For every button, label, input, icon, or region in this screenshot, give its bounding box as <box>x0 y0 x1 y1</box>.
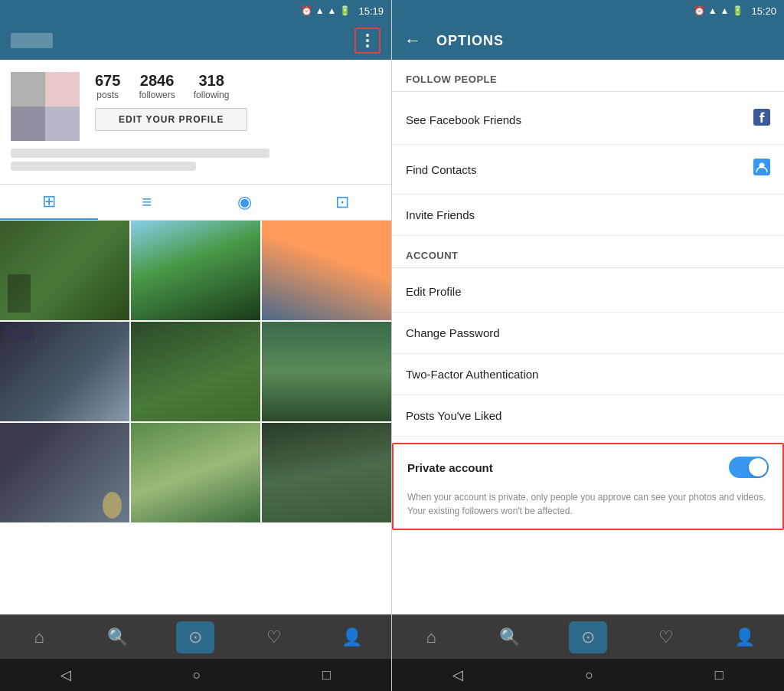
invite-friends-row[interactable]: Invite Friends <box>392 195 784 236</box>
dot1 <box>366 34 369 37</box>
android-nav-left: ◁ ○ □ <box>0 659 391 691</box>
tab-list[interactable]: ≡ <box>98 185 196 220</box>
search-icon: 🔍 <box>107 627 128 647</box>
camera-icon: ⊙ <box>188 627 202 647</box>
photo-1[interactable] <box>0 221 129 320</box>
tabs-row: ⊞ ≡ ◉ ⊡ <box>0 184 391 221</box>
private-account-section: Private account When your account is pri… <box>392 443 784 530</box>
photo-7[interactable] <box>0 423 129 522</box>
back-button-android-left[interactable]: ◁ <box>60 666 71 683</box>
android-nav-right: ◁ ○ □ <box>392 659 784 691</box>
alarm-icon-right: ⏰ <box>694 5 705 16</box>
avatar-mosaic <box>11 72 80 141</box>
nav-camera-right[interactable]: ⊙ <box>569 621 607 653</box>
divider-1 <box>392 91 784 92</box>
change-password-row[interactable]: Change Password <box>392 313 784 354</box>
change-password-label: Change Password <box>406 326 500 339</box>
list-icon: ≡ <box>142 192 152 212</box>
home-icon: ⌂ <box>34 627 44 647</box>
mosaic-cell-4 <box>45 106 80 141</box>
nav-heart-right[interactable]: ♡ <box>647 621 685 653</box>
nav-camera[interactable]: ⊙ <box>176 621 214 653</box>
posts-stat: 675 posts <box>95 72 120 100</box>
facebook-friends-label: See Facebook Friends <box>406 113 521 126</box>
camera-icon-right: ⊙ <box>581 627 595 647</box>
ig-header <box>0 21 391 60</box>
profile-info: 675 posts 2846 followers 318 following E… <box>0 60 391 149</box>
signal-icon: ▲ <box>328 5 337 16</box>
recents-button-android-left[interactable]: □ <box>322 667 331 683</box>
mosaic-cell-2 <box>45 72 80 106</box>
more-options-button[interactable] <box>354 28 381 54</box>
back-button-android-right[interactable]: ◁ <box>452 666 463 683</box>
tab-location[interactable]: ◉ <box>196 185 294 220</box>
home-button-android-left[interactable]: ○ <box>193 667 201 683</box>
find-contacts-label: Find Contacts <box>406 163 477 176</box>
photo-3[interactable] <box>262 221 391 320</box>
follow-people-heading: FOLLOW PEOPLE <box>392 60 784 91</box>
profile-icon: 👤 <box>341 627 362 647</box>
home-button-android-right[interactable]: ○ <box>585 667 593 683</box>
nav-search-right[interactable]: 🔍 <box>491 621 529 653</box>
toggle-knob <box>749 458 767 476</box>
facebook-icon <box>753 109 770 130</box>
photo-6[interactable] <box>262 322 391 421</box>
heart-icon-right: ♡ <box>658 627 674 647</box>
back-button[interactable]: ← <box>404 31 421 51</box>
nav-home-right[interactable]: ⌂ <box>412 621 450 653</box>
nav-heart[interactable]: ♡ <box>255 621 293 653</box>
photo-9[interactable] <box>262 423 391 522</box>
photo-2[interactable] <box>131 221 260 320</box>
nav-profile-right[interactable]: 👤 <box>726 621 764 653</box>
posts-count: 675 <box>95 72 120 90</box>
bottom-nav-left: ⌂ 🔍 ⊙ ♡ 👤 <box>0 614 391 659</box>
stats-row: 675 posts 2846 followers 318 following <box>95 72 247 100</box>
avatar <box>11 72 80 141</box>
options-content: FOLLOW PEOPLE See Facebook Friends Find … <box>392 60 784 614</box>
bio-placeholder <box>0 149 391 184</box>
photo-4[interactable] <box>0 322 129 421</box>
right-phone-panel: ⏰ ▲ ▲ 🔋 15:20 ← OPTIONS FOLLOW PEOPLE Se… <box>392 0 784 691</box>
bottom-nav-right: ⌂ 🔍 ⊙ ♡ 👤 <box>392 614 784 659</box>
posts-liked-row[interactable]: Posts You've Liked <box>392 395 784 437</box>
edit-profile-row[interactable]: Edit Profile <box>392 271 784 313</box>
profile-icon-right: 👤 <box>734 627 755 647</box>
left-phone-panel: ⏰ ▲ ▲ 🔋 15:19 675 <box>0 0 392 691</box>
followers-count: 2846 <box>140 72 175 90</box>
alarm-icon: ⏰ <box>301 5 312 16</box>
contacts-icon <box>753 159 770 180</box>
options-header: ← OPTIONS <box>392 21 784 60</box>
private-account-toggle[interactable] <box>729 457 769 478</box>
mosaic-cell-3 <box>11 106 45 141</box>
following-label: following <box>194 90 230 100</box>
profile-right: 675 posts 2846 followers 318 following E… <box>95 72 247 131</box>
status-icons-right: ⏰ ▲ ▲ 🔋 15:20 <box>694 5 776 17</box>
nav-search[interactable]: 🔍 <box>98 621 136 653</box>
find-contacts-row[interactable]: Find Contacts <box>392 145 784 195</box>
ig-username-placeholder <box>11 33 53 48</box>
edit-profile-label: Edit Profile <box>406 285 462 298</box>
two-factor-row[interactable]: Two-Factor Authentication <box>392 354 784 395</box>
status-time-left: 15:19 <box>358 5 384 17</box>
nav-profile[interactable]: 👤 <box>333 621 371 653</box>
search-icon-right: 🔍 <box>499 627 520 647</box>
posts-liked-label: Posts You've Liked <box>406 409 501 422</box>
dot3 <box>366 44 369 47</box>
recents-button-android-right[interactable]: □ <box>715 667 724 683</box>
status-time-right: 15:20 <box>751 5 776 17</box>
status-bar-right: ⏰ ▲ ▲ 🔋 15:20 <box>392 0 784 21</box>
see-facebook-friends-row[interactable]: See Facebook Friends <box>392 95 784 145</box>
nav-home[interactable]: ⌂ <box>20 621 58 653</box>
wifi-icon: ▲ <box>315 5 325 16</box>
photo-8[interactable] <box>131 423 260 522</box>
home-icon-right: ⌂ <box>426 627 436 647</box>
tab-grid[interactable]: ⊞ <box>0 185 98 220</box>
photo-5[interactable] <box>131 322 260 421</box>
options-title: OPTIONS <box>436 33 504 49</box>
bio-line-2 <box>11 162 196 171</box>
private-account-description: When your account is private, only peopl… <box>394 490 782 529</box>
dot2 <box>366 39 369 42</box>
tab-tagged[interactable]: ⊡ <box>293 185 391 220</box>
followers-label: followers <box>139 90 175 100</box>
edit-profile-button[interactable]: EDIT YOUR PROFILE <box>95 108 247 131</box>
